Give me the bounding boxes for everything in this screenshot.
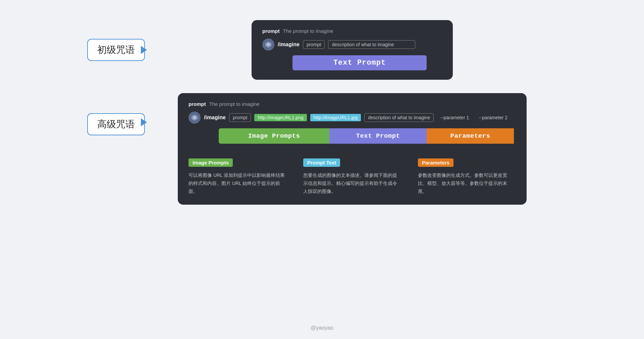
prompt-text-desc: 您要生成的图像的文本描述。请参阅下面的提示信息和提示。精心编写的提示有助于生成令…: [303, 173, 397, 194]
label-basic-text: 初级咒语: [97, 45, 135, 55]
bot-icon-adv: [189, 112, 201, 124]
text-prompt-label: Text Prompt: [333, 59, 386, 67]
info-col-parameters: Parameters 参数改变图像的生成方式。参数可以更改宽比、模型、放大器等等…: [418, 158, 516, 195]
badge-image-text: Image Prompts: [193, 160, 229, 165]
bar-image-text: Image Prompts: [248, 132, 300, 140]
info-col-image-prompts: Image Prompts 可以将图像 URL 添加到提示中以影响最终结果的样式…: [189, 158, 286, 195]
desc-field-basic: description of what to imagine: [328, 40, 415, 49]
info-section: Image Prompts 可以将图像 URL 添加到提示中以影响最终结果的样式…: [189, 152, 516, 195]
header-bold: prompt: [262, 28, 280, 34]
label-basic: 初级咒语: [87, 39, 145, 61]
arrow-advanced: [141, 118, 147, 126]
adv-command-text: /imagine: [204, 115, 226, 121]
prompt-label: prompt: [307, 42, 321, 47]
desc-text: description of what to imagine: [332, 42, 394, 47]
info-image-prompts-text: 可以将图像 URL 添加到提示中以影响最终结果的样式和内容。图片 URL 始终位…: [189, 172, 286, 195]
bar-params-text: Parameters: [450, 132, 490, 140]
bot-icon: [262, 39, 274, 51]
footer: @yaoyao: [311, 325, 333, 331]
section-basic: 初级咒语 prompt The prompt to imagine /imagi…: [0, 20, 644, 80]
badge-prompt-text-label: Prompt Text: [307, 160, 336, 165]
header-text: The prompt to imagine: [283, 28, 333, 34]
param1-tag: --parameter 1: [437, 114, 472, 121]
section-advanced: 高级咒语 prompt The prompt to imagine /imagi…: [0, 93, 644, 205]
param2-tag: --parameter 2: [476, 114, 511, 121]
adv-header-bold: prompt: [189, 101, 206, 107]
info-parameters-text: 参数改变图像的生成方式。参数可以更改宽比、模型、放大器等等。参数位于提示的末尾。: [418, 172, 516, 195]
badge-image-prompts: Image Prompts: [189, 158, 233, 167]
card-advanced-header: prompt The prompt to imagine: [189, 101, 516, 107]
adv-header-text: The prompt to imagine: [209, 101, 260, 107]
badge-prompt-text: Prompt Text: [303, 158, 340, 167]
bar-image-prompts: Image Prompts: [219, 128, 329, 144]
adv-prompt-label: prompt: [233, 115, 248, 120]
url2-text: http://imageURL1.jpg: [314, 115, 358, 120]
info-col-prompt-text: Prompt Text 您要生成的图像的文本描述。请参阅下面的提示信息和提示。精…: [303, 158, 401, 195]
parameters-desc: 参数改变图像的生成方式。参数可以更改宽比、模型、放大器等等。参数位于提示的末尾。: [418, 173, 507, 194]
card-basic: prompt The prompt to imagine /imagine pr…: [252, 20, 453, 80]
bar-text-text: Text Prompt: [356, 132, 400, 140]
command-text: /imagine: [278, 42, 300, 48]
text-prompt-bar-basic: Text Prompt: [292, 55, 427, 70]
info-prompt-text-text: 您要生成的图像的文本描述。请参阅下面的提示信息和提示。精心编写的提示有助于生成令…: [303, 172, 401, 195]
adv-desc-text: description of what to imagine: [368, 115, 430, 120]
adv-prompt-field: prompt: [229, 113, 251, 122]
bar-row: Image Prompts Text Prompt Parameters: [219, 128, 516, 144]
arrow-basic: [141, 46, 147, 54]
bar-text-prompt: Text Prompt: [329, 128, 427, 144]
prompt-field-basic: prompt: [303, 40, 325, 49]
param2-text: --parameter 2: [479, 115, 507, 120]
label-advanced-text: 高级咒语: [97, 119, 135, 129]
param1-text: --parameter 1: [440, 115, 469, 120]
image-prompts-desc: 可以将图像 URL 添加到提示中以影响最终结果的样式和内容。图片 URL 始终位…: [189, 173, 285, 194]
card-advanced: prompt The prompt to imagine /imagine pr…: [178, 93, 527, 205]
label-advanced: 高级咒语: [87, 113, 145, 135]
bar-parameters: Parameters: [427, 128, 514, 144]
adv-desc-field: description of what to imagine: [364, 113, 434, 122]
footer-text: @yaoyao: [311, 325, 333, 331]
badge-parameters: Parameters: [418, 158, 453, 167]
card-basic-header: prompt The prompt to imagine: [262, 28, 442, 34]
url2-tag: http://imageURL1.jpg: [310, 114, 361, 121]
command-row-basic: /imagine prompt description of what to i…: [262, 39, 442, 51]
url1-text: http://imageURL1.png: [258, 115, 303, 120]
url1-tag: http://imageURL1.png: [254, 114, 307, 121]
command-row-advanced: /imagine prompt http://imageURL1.png htt…: [189, 112, 516, 124]
badge-parameters-label: Parameters: [422, 160, 449, 165]
